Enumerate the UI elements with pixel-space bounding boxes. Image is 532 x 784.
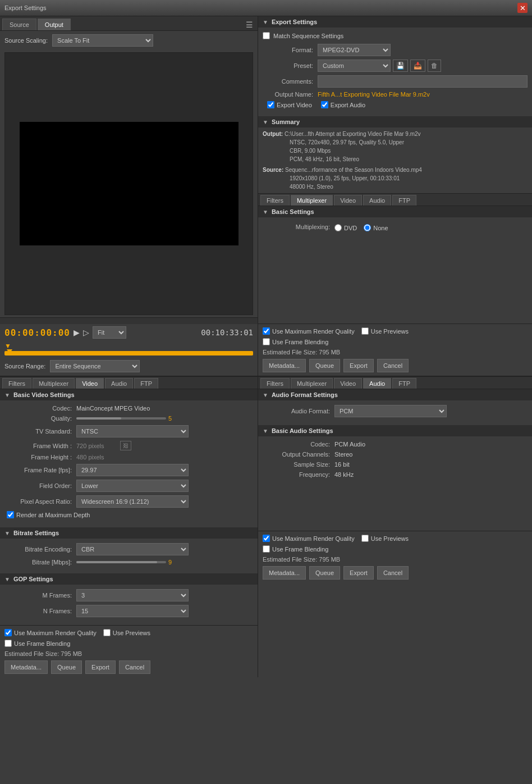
subtab-filters[interactable]: Filters [260,195,290,206]
tabs-menu-icon[interactable]: ☰ [244,20,255,29]
source-scaling-row: Source Scaling: Scale To Fit [0,31,258,50]
m-frames-dropdown[interactable]: 3 [76,589,189,601]
tab-source[interactable]: Source [2,19,36,30]
basic-settings-collapse-icon[interactable]: ▼ [263,209,268,215]
export-audio-checkbox[interactable] [321,101,328,108]
source-scaling-label: Source Scaling: [4,37,48,44]
top-tabs: Source Output ☰ [0,16,258,31]
audio-format-settings-title: Audio Format Settings [272,391,338,398]
summary-source-label: Source: [263,167,283,173]
use-previews-checkbox[interactable] [361,327,369,335]
subtab-ftp[interactable]: FTP [392,195,416,206]
subtab-audio[interactable]: Audio [363,195,391,206]
frame-rate-dropdown[interactable]: 29.97 [76,464,189,476]
subtab-multiplexer[interactable]: Multiplexer [291,195,333,206]
br-metadata-button[interactable]: Metadata... [263,566,306,580]
br-export-button[interactable]: Export [343,566,374,580]
queue-button[interactable]: Queue [309,359,340,372]
preset-delete-icon[interactable]: 🗑 [428,60,441,72]
bl-subtab-video[interactable]: Video [76,378,104,389]
br-frame-blending-checkbox[interactable] [263,545,270,553]
right-bottom-controls: Use Maximum Render Quality Use Previews … [258,323,532,376]
source-range-dropdown[interactable]: Entire Sequence [50,360,140,372]
play-button[interactable]: ▶ [74,328,80,337]
radio-none-input[interactable] [364,224,371,231]
export-video-checkbox[interactable] [267,101,274,108]
preset-save-icon[interactable]: 💾 [393,60,408,72]
br-use-previews-checkbox[interactable] [361,535,369,542]
scrollbar-horizontal[interactable] [0,317,258,324]
export-settings-title: Export Settings [272,19,317,25]
bitrate-slider[interactable] [76,561,166,563]
br-frame-blending-row: Use Frame Blending [263,545,528,553]
tv-standard-dropdown[interactable]: NTSC [76,425,189,437]
n-frames-dropdown[interactable]: 15 [76,605,189,617]
preset-import-icon[interactable]: 📥 [410,60,425,72]
br-subtab-filters[interactable]: Filters [260,378,290,389]
summary-collapse-icon[interactable]: ▼ [263,119,268,125]
afs-collapse-icon[interactable]: ▼ [263,392,268,398]
bl-metadata-button[interactable]: Metadata... [4,660,48,674]
collapse-arrow-icon[interactable]: ▼ [263,19,268,25]
export-audio-label: Export Audio [331,102,365,108]
bl-subtab-filters[interactable]: Filters [2,378,31,389]
br-subtab-audio[interactable]: Audio [363,378,391,389]
preset-label: Preset: [263,62,313,69]
max-render-quality-checkbox[interactable] [263,327,270,335]
br-cancel-button[interactable]: Cancel [377,566,409,580]
gop-settings-content: M Frames: 3 N Frames: 15 [0,585,258,625]
frame-width-row: Frame Width : 720 pixels ⛓ [4,441,253,450]
br-subtab-ftp[interactable]: FTP [392,378,416,389]
audio-codec-label: Codec: [263,441,330,448]
render-max-depth-checkbox[interactable] [7,511,14,518]
bas-collapse-icon[interactable]: ▼ [263,428,268,434]
format-dropdown[interactable]: MPEG2-DVD [318,44,391,56]
bl-subtab-multiplexer[interactable]: Multiplexer [33,378,75,389]
tv-standard-label: TV Standard: [4,428,72,435]
bl-frame-blending-checkbox[interactable] [4,640,12,647]
bvs-collapse-icon[interactable]: ▼ [4,392,10,398]
gop-collapse-icon[interactable]: ▼ [4,576,10,582]
audio-format-dropdown[interactable]: PCM [334,405,447,417]
bs-collapse-icon[interactable]: ▼ [4,530,10,536]
export-settings-section: Match Sequence Settings Format: MPEG2-DV… [258,28,532,116]
br-max-render-checkbox[interactable] [263,535,270,542]
subtab-video[interactable]: Video [334,195,362,206]
source-scaling-dropdown[interactable]: Scale To Fit [52,34,153,47]
progress-bar-track[interactable] [4,351,253,355]
match-sequence-checkbox[interactable] [263,32,270,39]
preset-controls: Custom 💾 📥 🗑 [318,60,441,72]
field-order-dropdown[interactable]: Lower [76,480,189,492]
export-button[interactable]: Export [343,359,374,372]
br-subtab-video[interactable]: Video [334,378,362,389]
br-queue-button[interactable]: Queue [309,566,340,580]
marker-icon: ▼ [4,342,11,350]
quality-slider[interactable] [76,417,166,420]
preset-dropdown[interactable]: Custom [318,60,391,72]
basic-video-settings-header: ▼ Basic Video Settings [0,389,258,400]
output-name-link[interactable]: Fifth A...t Exporting Video File Mar 9.m… [318,91,430,98]
radio-dvd-input[interactable] [334,224,342,231]
bl-cancel-button[interactable]: Cancel [119,660,150,674]
bl-queue-button[interactable]: Queue [51,660,82,674]
bl-use-previews-checkbox[interactable] [103,629,111,636]
comments-input[interactable] [318,75,528,88]
fit-dropdown[interactable]: Fit [93,326,126,339]
bl-export-button[interactable]: Export [85,660,116,674]
bl-max-render-checkbox[interactable] [4,629,12,636]
close-button[interactable]: ✕ [517,3,528,13]
cancel-button[interactable]: Cancel [377,359,409,372]
bl-subtab-audio[interactable]: Audio [105,378,133,389]
preview-black [20,122,239,245]
br-subtab-multiplexer[interactable]: Multiplexer [291,378,333,389]
bl-subtab-ftp[interactable]: FTP [134,378,158,389]
tab-output[interactable]: Output [38,19,71,30]
action-buttons: Metadata... Queue Export Cancel [263,359,528,372]
bitrate-encoding-dropdown[interactable]: CBR [76,543,189,555]
radio-dvd-label: DVD [344,225,357,231]
step-button[interactable]: ▷ [83,328,89,337]
basic-settings-section: Multiplexing: DVD None [258,217,532,239]
pixel-aspect-dropdown[interactable]: Widescreen 16:9 (1.212) [76,495,189,508]
metadata-button[interactable]: Metadata... [263,359,306,372]
frame-blending-checkbox[interactable] [263,338,270,345]
